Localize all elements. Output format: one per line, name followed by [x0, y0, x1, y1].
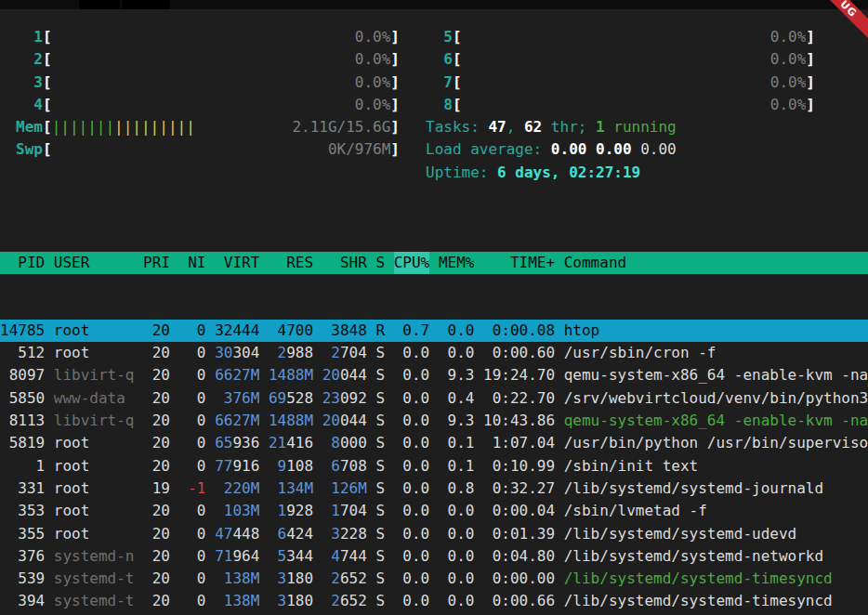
- column-header-s[interactable]: S: [375, 252, 385, 274]
- process-row[interactable]: 5819root20065936214168000S0.00.11:07.04/…: [0, 432, 868, 454]
- process-row[interactable]: 394systemd-t200138M31802652S0.00.00:00.6…: [0, 590, 868, 612]
- cell-virt: 65936: [215, 432, 259, 454]
- cell-ni: -1: [179, 478, 206, 500]
- text-segment: 4: [331, 547, 340, 565]
- cell-pri: 20: [143, 568, 170, 590]
- cell-user: root: [54, 455, 135, 478]
- text-segment: 21: [269, 434, 286, 451]
- text-segment: S: [375, 434, 385, 451]
- cell-pid: 8113: [0, 410, 45, 432]
- text-segment: 3: [278, 592, 287, 609]
- text-segment: 044: [340, 412, 367, 429]
- cell-s: S: [375, 387, 385, 410]
- text-segment: S: [375, 366, 385, 384]
- column-header-mem[interactable]: MEM%: [439, 252, 475, 274]
- text-segment: 0: [197, 457, 206, 475]
- text-segment: 8097: [9, 366, 46, 384]
- text-segment: systemd-t: [54, 569, 135, 587]
- column-header-pid[interactable]: PID: [0, 252, 45, 274]
- text-segment: 353: [18, 502, 45, 519]
- text-segment: 126M: [331, 479, 367, 497]
- column-header-res[interactable]: RES: [269, 252, 313, 274]
- cell-time: 0:22.70: [483, 387, 555, 410]
- text-segment: /lib/systemd/systemd-journald: [564, 479, 823, 497]
- column-header-ni[interactable]: NI: [179, 252, 206, 274]
- text-segment: 2: [278, 344, 287, 361]
- text-segment: 20: [152, 389, 170, 407]
- cell-s: S: [375, 478, 385, 500]
- text-segment: 3848: [331, 321, 367, 339]
- cell-virt: 30304: [215, 342, 259, 364]
- text-segment: 0.0: [402, 389, 429, 407]
- column-header-user[interactable]: USER: [54, 252, 135, 274]
- text-segment: 0: [197, 502, 206, 519]
- cell-mem: 0.0: [439, 545, 475, 568]
- process-row[interactable]: 355root2004744864243228S0.00.00:01.39/li…: [0, 523, 868, 545]
- cell-command: /lib/systemd/systemd-journald: [564, 478, 868, 500]
- column-header-time[interactable]: TIME+: [483, 252, 555, 274]
- text-segment: 20: [152, 502, 170, 519]
- cell-mem: 0.4: [439, 387, 475, 410]
- column-header-shr[interactable]: SHR: [322, 252, 367, 274]
- cell-virt: 103M: [215, 500, 259, 522]
- process-row[interactable]: 8097libvirt-q2006627M1488M20044S0.09.319…: [0, 364, 868, 386]
- meter-close-bracket: ]: [390, 72, 400, 94]
- text-segment: /sbin/init text: [564, 457, 699, 475]
- cell-mem: 0.1: [439, 455, 475, 478]
- process-row[interactable]: 8113libvirt-q2006627M1488M20044S0.09.310…: [0, 410, 868, 432]
- cell-ni: 0: [179, 523, 206, 545]
- text-segment: 20: [152, 592, 170, 609]
- cell-time: 0:00.04: [483, 500, 555, 522]
- cell-pri: 20: [143, 590, 170, 612]
- cell-command: qemu-system-x86_64 -enable-kvm -na: [564, 410, 868, 432]
- cpu-meter-4: 4[0.0%]: [16, 94, 400, 116]
- cell-command: /lib/systemd/systemd-networkd: [564, 545, 868, 568]
- cell-mem: 9.3: [439, 364, 475, 386]
- text-segment: 30: [215, 344, 232, 361]
- process-row-selected[interactable]: 14785root2003244447003848R0.70.00:00.08h…: [0, 320, 868, 342]
- process-row[interactable]: 5850www-data200376M6952823092S0.00.40:22…: [0, 387, 868, 410]
- text-segment: 0.0: [402, 592, 429, 609]
- text-segment: thr;: [542, 116, 596, 138]
- cell-virt: 47448: [215, 523, 259, 545]
- text-segment: S: [375, 457, 385, 475]
- process-row[interactable]: 1root2007791691086708S0.00.10:10.99/sbin…: [0, 455, 868, 478]
- meter-open-bracket: [: [43, 72, 52, 94]
- process-row[interactable]: 376systemd-n2007196453444744S0.00.00:04.…: [0, 545, 868, 568]
- cell-pid: 1: [0, 455, 45, 478]
- text-segment: 964: [232, 547, 259, 565]
- process-row[interactable]: 331root19-1220M134M126MS0.00.80:32.27/li…: [0, 478, 868, 500]
- column-header-command[interactable]: Command: [564, 252, 868, 274]
- cpu-meter-8-value: 0.0%: [770, 94, 807, 116]
- text-segment: 0:01.39: [493, 525, 555, 543]
- process-row[interactable]: 539systemd-t200138M31802652S0.00.00:00.0…: [0, 568, 868, 590]
- text-segment: 0.0: [448, 502, 475, 519]
- cell-res: 21416: [269, 432, 313, 454]
- swap-meter-label: Swp: [16, 138, 43, 161]
- text-segment: S: [375, 344, 385, 361]
- text-segment: S: [375, 389, 385, 407]
- text-segment: 23: [322, 389, 340, 407]
- cell-user: systemd-t: [54, 568, 135, 590]
- cell-res: 4700: [269, 320, 313, 342]
- cell-mem: 0.0: [439, 590, 475, 612]
- process-row[interactable]: 512root2003030429882704S0.00.00:00.60/us…: [0, 342, 868, 364]
- cell-ni: 0: [179, 455, 206, 478]
- text-segment: 180: [286, 592, 313, 609]
- cell-time: 0:00.60: [483, 342, 555, 364]
- cpu-meter-3-value: 0.0%: [355, 72, 391, 94]
- cell-cpu: 0.0: [394, 500, 430, 522]
- column-header-virt[interactable]: VIRT: [215, 252, 259, 274]
- meter-open-bracket: [: [43, 94, 52, 116]
- column-header-cpu[interactable]: CPU%: [394, 252, 430, 274]
- column-header-pri[interactable]: PRI: [143, 252, 170, 274]
- text-segment: S: [375, 569, 385, 587]
- text-segment: root: [54, 525, 90, 543]
- cell-shr: 126M: [322, 478, 367, 500]
- process-row[interactable]: 353root200103M19281704S0.00.00:00.04/sbi…: [0, 500, 868, 522]
- meter-close-bracket: ]: [390, 26, 400, 48]
- text-segment: 20: [152, 457, 170, 475]
- text-segment: 0.0: [448, 344, 475, 361]
- text-segment: 6627M: [215, 366, 259, 384]
- text-segment: 108: [286, 457, 313, 475]
